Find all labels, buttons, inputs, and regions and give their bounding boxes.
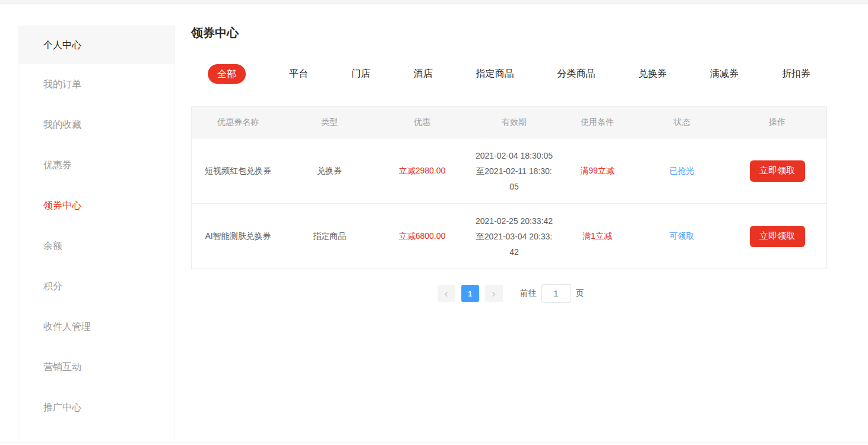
tab-all[interactable]: 全部 bbox=[208, 64, 246, 84]
top-bar bbox=[0, 0, 868, 4]
coupon-condition: 满1立减 bbox=[559, 231, 636, 242]
sidebar-item-label: 积分 bbox=[43, 280, 62, 293]
coupon-validity: 2021-02-25 20:33:42至2021-03-04 20:33:42 bbox=[475, 213, 553, 260]
sidebar-header: 个人中心 bbox=[18, 26, 175, 64]
coupon-name: AI智能测肤兑换券 bbox=[192, 231, 284, 242]
table-header-row: 优惠券名称 类型 优惠 有效期 使用条件 状态 操作 bbox=[192, 107, 826, 138]
sidebar-item-label: 推广中心 bbox=[43, 402, 81, 414]
coupon-category-tabs: 全部 平台 门店 酒店 指定商品 分类商品 兑换券 满减券 折扣券 bbox=[191, 64, 827, 84]
coupon-type: 兑换券 bbox=[284, 166, 375, 176]
sidebar-item-label: 营销互动 bbox=[43, 361, 81, 374]
sidebar-item-my-favorites[interactable]: 我的收藏 bbox=[18, 105, 175, 145]
tab-full-reduction-coupon[interactable]: 满减券 bbox=[710, 68, 739, 80]
coupon-table: 优惠券名称 类型 优惠 有效期 使用条件 状态 操作 短视频红包兑换券 兑换券 … bbox=[191, 106, 827, 269]
prev-page-button[interactable]: ‹ bbox=[438, 285, 455, 302]
tab-hotel[interactable]: 酒店 bbox=[414, 68, 433, 80]
tab-platform[interactable]: 平台 bbox=[289, 68, 308, 80]
coupon-name: 短视频红包兑换券 bbox=[192, 166, 284, 176]
column-header-coupon-name: 优惠券名称 bbox=[192, 117, 284, 128]
column-header-type: 类型 bbox=[284, 117, 375, 128]
coupon-discount: 立减6800.00 bbox=[375, 231, 470, 242]
sidebar-item-label: 领券中心 bbox=[43, 200, 81, 212]
coupon-condition: 满99立减 bbox=[559, 166, 636, 176]
coupon-validity: 2021-02-04 18:30:05至2021-02-11 18:30:05 bbox=[475, 148, 553, 194]
column-header-status: 状态 bbox=[636, 117, 728, 128]
goto-label: 前往 bbox=[520, 288, 537, 299]
page-title: 领券中心 bbox=[191, 26, 827, 40]
sidebar-item-promotion-center[interactable]: 推广中心 bbox=[18, 387, 175, 428]
sidebar-item-label: 余额 bbox=[43, 240, 62, 253]
user-center-sidebar: 个人中心 我的订单 我的收藏 优惠券 领券中心 余额 积分 收件人管理 营销互动… bbox=[18, 26, 175, 443]
table-row: 短视频红包兑换券 兑换券 立减2980.00 2021-02-04 18:30:… bbox=[192, 138, 826, 203]
sidebar-item-marketing-interaction[interactable]: 营销互动 bbox=[18, 347, 175, 387]
sidebar-item-points[interactable]: 积分 bbox=[18, 266, 175, 307]
sidebar-item-label: 优惠券 bbox=[43, 159, 72, 172]
page-number-button[interactable]: 1 bbox=[461, 285, 479, 302]
receive-now-button[interactable]: 立即领取 bbox=[750, 226, 805, 247]
column-header-validity: 有效期 bbox=[470, 117, 559, 128]
coupon-status: 可领取 bbox=[636, 231, 728, 242]
goto-page-input[interactable] bbox=[541, 284, 571, 303]
column-header-condition: 使用条件 bbox=[559, 117, 636, 128]
page-bottom-divider bbox=[0, 443, 868, 443]
sidebar-item-recipient-management[interactable]: 收件人管理 bbox=[18, 307, 175, 347]
sidebar-item-label: 我的收藏 bbox=[43, 119, 81, 131]
sidebar-item-label: 收件人管理 bbox=[43, 321, 91, 333]
column-header-discount: 优惠 bbox=[375, 117, 470, 128]
next-page-button[interactable]: › bbox=[485, 285, 503, 302]
tab-store[interactable]: 门店 bbox=[351, 68, 370, 80]
pagination: ‹ 1 › 前往 页 bbox=[191, 284, 827, 303]
sidebar-header-label: 个人中心 bbox=[43, 39, 81, 52]
chevron-left-icon: ‹ bbox=[445, 288, 448, 299]
sidebar-item-my-orders[interactable]: 我的订单 bbox=[18, 64, 175, 105]
page-jumper: 前往 页 bbox=[520, 284, 584, 303]
tab-category-product[interactable]: 分类商品 bbox=[557, 68, 595, 80]
coupon-discount: 立减2980.00 bbox=[375, 166, 470, 176]
sidebar-item-coupon-center[interactable]: 领券中心 bbox=[18, 185, 175, 226]
coupon-status: 已抢光 bbox=[636, 166, 728, 176]
tab-exchange-coupon[interactable]: 兑换券 bbox=[638, 68, 667, 80]
sidebar-item-balance[interactable]: 余额 bbox=[18, 226, 175, 266]
page-unit-label: 页 bbox=[576, 288, 584, 299]
chevron-right-icon: › bbox=[492, 288, 496, 299]
coupon-center-main: 领券中心 全部 平台 门店 酒店 指定商品 分类商品 兑换券 满减券 折扣券 优… bbox=[191, 26, 827, 303]
tab-discount-coupon[interactable]: 折扣券 bbox=[782, 68, 810, 80]
table-row: AI智能测肤兑换券 指定商品 立减6800.00 2021-02-25 20:3… bbox=[192, 203, 826, 269]
sidebar-item-label: 我的订单 bbox=[43, 78, 81, 91]
coupon-type: 指定商品 bbox=[284, 231, 375, 242]
receive-now-button[interactable]: 立即领取 bbox=[750, 160, 805, 182]
tab-specified-product[interactable]: 指定商品 bbox=[476, 68, 514, 80]
column-header-action: 操作 bbox=[728, 117, 826, 128]
sidebar-item-my-coupons[interactable]: 优惠券 bbox=[18, 145, 175, 185]
